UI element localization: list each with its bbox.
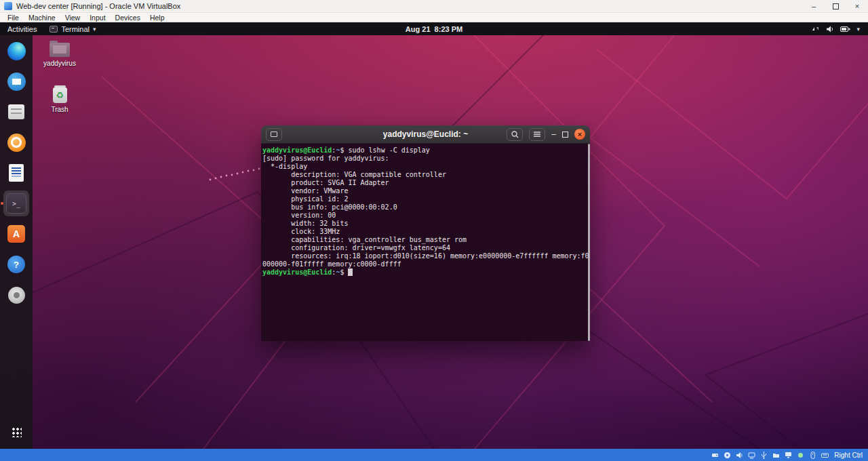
window-title: Web-dev center [Running] - Oracle VM Vir… [16, 2, 180, 10]
show-applications-button[interactable] [3, 422, 29, 442]
terminal-line: yaddyvirus@Euclid:~$ sudo lshw -C displa… [262, 146, 590, 155]
desktop-icon-label: yaddyvirus [41, 60, 79, 67]
terminal-line: description: VGA compatible controller [262, 171, 590, 179]
desktop-icon-trash[interactable]: Trash [41, 85, 79, 113]
vbox-menubar: FileMachineViewInputDevicesHelp [0, 13, 868, 22]
new-tab-icon [271, 132, 277, 137]
terminal-minimize-button[interactable]: – [551, 131, 556, 138]
keyboard-icon[interactable] [820, 450, 829, 460]
optical-disk-icon[interactable] [722, 450, 732, 460]
search-icon [511, 130, 519, 139]
dock-item-rhythmbox[interactable] [3, 129, 29, 155]
terminal-line: configuration: driver=vmwgfx latency=64 [262, 244, 590, 252]
audio-icon[interactable] [734, 450, 744, 460]
dock-item-help[interactable] [3, 252, 29, 277]
volume-icon [826, 25, 834, 33]
terminal-titlebar[interactable]: yaddyvirus@Euclid: ~ – × [261, 125, 590, 144]
terminal-line: vendor: VMware [262, 187, 590, 195]
display-icon[interactable] [783, 450, 793, 460]
vbox-titlebar[interactable]: Web-dev center [Running] - Oracle VM Vir… [0, 0, 868, 13]
window-maximize-button[interactable] [825, 0, 846, 12]
host-key-label: Right Ctrl [834, 452, 863, 459]
edge-browser-icon [7, 42, 26, 60]
ubuntu-software-icon [7, 225, 25, 243]
vm-screen: Activities Terminal ▾ Aug 21 8:23 PM ▾ y… [0, 22, 868, 449]
terminal-line: [sudo] password for yaddyvirus: [262, 155, 590, 163]
terminal-line: product: SVGA II Adapter [262, 179, 590, 187]
maximize-icon [562, 132, 568, 138]
menu-item-view[interactable]: View [60, 14, 85, 22]
hamburger-icon [533, 131, 541, 138]
activities-button[interactable]: Activities [0, 25, 44, 33]
window-minimize-button[interactable]: – [803, 0, 825, 12]
terminal-close-button[interactable]: × [574, 129, 585, 140]
shared-folder-icon[interactable] [771, 450, 781, 460]
menu-item-input[interactable]: Input [85, 14, 110, 22]
ubuntu-topbar: Activities Terminal ▾ Aug 21 8:23 PM ▾ [0, 22, 868, 35]
menu-item-file[interactable]: File [3, 14, 24, 22]
terminal-line: version: 00 [262, 212, 590, 220]
dock-item-terminal[interactable] [3, 191, 29, 216]
terminal-mini-icon [50, 26, 58, 33]
clock-button[interactable]: Aug 21 8:23 PM [406, 25, 462, 33]
terminal-line: *-display [262, 163, 590, 171]
terminal-line: 000000-f01fffff memory:c0000-dffff [262, 260, 590, 268]
chevron-down-icon: ▾ [93, 26, 96, 33]
terminal-window: yaddyvirus@Euclid: ~ – × yaddyvirus@Eucl… [261, 125, 590, 341]
app-menu-button[interactable]: Terminal ▾ [44, 25, 101, 33]
dock [0, 35, 33, 449]
media-app-icon [8, 287, 25, 304]
terminal-line: physical id: 2 [262, 195, 590, 203]
new-terminal-button[interactable] [266, 128, 282, 141]
menu-item-devices[interactable]: Devices [111, 14, 145, 22]
statusbar-icons [710, 450, 829, 460]
rhythmbox-icon [7, 134, 26, 152]
network-icon[interactable] [747, 450, 756, 460]
terminal-maximize-button[interactable] [562, 132, 568, 138]
dock-items [3, 38, 29, 308]
window-close-button[interactable]: × [846, 0, 868, 12]
terminal-line: clock: 33MHz [262, 228, 590, 236]
folder-icon [50, 43, 70, 57]
libreoffice-writer-icon [9, 164, 24, 182]
menu-item-help[interactable]: Help [145, 14, 170, 22]
desktop-icon-label: Trash [41, 106, 79, 113]
maximize-icon [833, 3, 839, 9]
dock-item-mail[interactable] [3, 68, 29, 94]
recording-icon[interactable] [795, 450, 805, 460]
mouse-integration-icon[interactable] [808, 450, 817, 460]
terminal-search-button[interactable] [507, 128, 523, 141]
network-icon [812, 25, 820, 33]
menu-item-machine[interactable]: Machine [24, 14, 60, 22]
terminal-menu-button[interactable] [529, 128, 545, 141]
system-tray-button[interactable]: ▾ [812, 25, 868, 33]
terminal-line: capabilities: vga_controller bus_master … [262, 236, 590, 244]
dock-item-files[interactable] [3, 99, 29, 125]
dock-item-software[interactable] [3, 221, 29, 247]
app-menu-label: Terminal [61, 25, 90, 33]
terminal-line: bus info: pci@0000:00:02.0 [262, 203, 590, 212]
app-grid-icon [11, 426, 22, 437]
battery-icon [840, 26, 850, 33]
wallpaper-dotted-line [210, 167, 266, 181]
vbox-statusbar: Right Ctrl [0, 449, 868, 461]
terminal-content[interactable]: yaddyvirus@Euclid:~$ sudo lshw -C displa… [261, 144, 590, 341]
dock-item-edge[interactable] [3, 38, 29, 64]
desktop-icon-yaddyvirus[interactable]: yaddyvirus [41, 40, 79, 67]
terminal-header-controls: – × [507, 128, 585, 141]
mail-app-icon [7, 73, 26, 91]
terminal-line: yaddyvirus@Euclid:~$ [262, 268, 590, 277]
terminal-line: resources: irq:18 ioport:d010(size=16) m… [262, 252, 590, 260]
terminal-scrollbar[interactable] [588, 144, 590, 341]
hard-disk-icon[interactable] [710, 450, 719, 460]
help-icon [7, 256, 25, 273]
files-app-icon [8, 104, 24, 119]
window-controls: – × [803, 0, 868, 12]
dock-item-media[interactable] [3, 282, 29, 308]
trash-icon [53, 87, 67, 103]
chevron-down-icon: ▾ [856, 26, 860, 33]
virtualbox-app-icon [4, 2, 12, 10]
terminal-line: width: 32 bits [262, 220, 590, 228]
usb-icon[interactable] [759, 450, 768, 460]
dock-item-writer[interactable] [3, 160, 29, 186]
